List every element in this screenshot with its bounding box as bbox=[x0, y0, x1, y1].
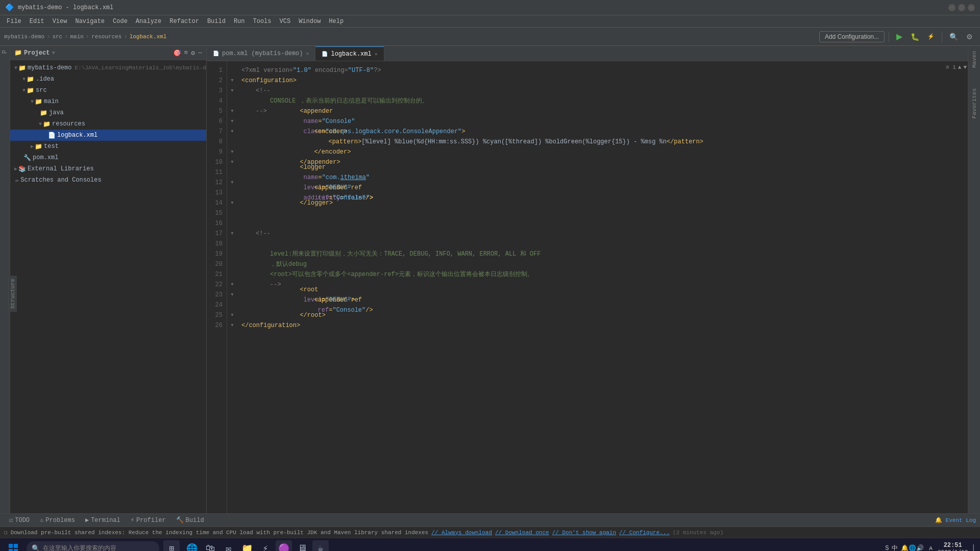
taskbar-intellij[interactable]: ☕ bbox=[312, 540, 329, 552]
tree-item-idea[interactable]: ▼ 📁 .idea bbox=[10, 73, 206, 85]
tree-item-resources[interactable]: ▼ 📁 resources bbox=[10, 118, 206, 130]
locate-file-icon[interactable]: 🎯 bbox=[173, 49, 181, 57]
todo-tab[interactable]: ☑ TODO bbox=[4, 515, 35, 525]
taskbar-edge[interactable]: 🌐 bbox=[184, 540, 200, 552]
taskbar-explorer[interactable]: 📁 bbox=[239, 540, 255, 552]
menu-refactor[interactable]: Refactor bbox=[165, 17, 203, 26]
fold-22[interactable]: ▼ bbox=[231, 282, 233, 287]
start-button[interactable] bbox=[4, 539, 22, 552]
configure-link[interactable]: // Configure... bbox=[619, 530, 670, 536]
build-tab[interactable]: 🔨 Build bbox=[171, 515, 209, 525]
fold-3[interactable]: ▼ bbox=[231, 88, 233, 93]
taskbar-store[interactable]: 🛍 bbox=[202, 540, 218, 552]
taskbar-search[interactable]: 🔍 在这里输入你要搜索的内容 bbox=[27, 541, 159, 552]
tab-logback[interactable]: 📄 logback.xml ✕ bbox=[315, 46, 384, 61]
project-dropdown-arrow[interactable]: ▼ bbox=[52, 50, 55, 56]
menu-edit[interactable]: Edit bbox=[26, 17, 48, 26]
maximize-button[interactable]: □ bbox=[958, 4, 965, 11]
tree-item-scratches[interactable]: ✏ Scratches and Consoles bbox=[10, 174, 206, 186]
close-button[interactable]: ✕ bbox=[968, 4, 975, 11]
taskview-button[interactable]: ⊞ bbox=[163, 540, 180, 552]
tree-item-pom[interactable]: 🔧 pom.xml bbox=[10, 152, 206, 163]
problems-tab[interactable]: ⚠ Problems bbox=[35, 515, 80, 525]
fold-6[interactable]: ▼ bbox=[231, 119, 233, 124]
breadcrumb-src[interactable]: src bbox=[52, 34, 62, 40]
tree-item-test[interactable]: ▶ 📁 test bbox=[10, 141, 206, 152]
windows-taskbar: 🔍 在这里输入你要搜索的内容 ⊞ 🌐 🛍 ✉ 📁 ⚡ 🟣 🖥 ☕ S 中 🔔🌐🔊… bbox=[0, 538, 980, 551]
structure-side-label[interactable]: Structure bbox=[8, 276, 17, 312]
favorites-label[interactable]: Favorites bbox=[971, 88, 977, 118]
taskbar-app7[interactable]: 🖥 bbox=[294, 540, 310, 552]
fold-5[interactable]: ▼ bbox=[231, 109, 233, 114]
tab-pom-close[interactable]: ✕ bbox=[306, 51, 309, 57]
scroll-up[interactable]: ▲ bbox=[958, 64, 962, 70]
tree-item-src[interactable]: ▼ 📁 src bbox=[10, 85, 206, 96]
taskbar-mail[interactable]: ✉ bbox=[220, 540, 237, 552]
tree-label-src: src bbox=[36, 87, 47, 94]
add-configuration-button[interactable]: Add Configuration... bbox=[819, 31, 885, 42]
fold-7[interactable]: ▼ bbox=[231, 129, 233, 134]
fold-17[interactable]: ▼ bbox=[231, 231, 233, 236]
code-content[interactable]: <?xml version="1.0" encoding="UTF-8"?> <… bbox=[237, 61, 968, 513]
tree-item-external-libs[interactable]: ▶ 📚 External Libraries bbox=[10, 163, 206, 174]
breadcrumb-logback[interactable]: logback.xml bbox=[130, 34, 167, 40]
notif-checkbox[interactable]: ☐ bbox=[4, 529, 8, 536]
menu-window[interactable]: Window bbox=[295, 17, 325, 26]
tray-chinese[interactable]: 中 bbox=[892, 544, 898, 551]
tree-item-java[interactable]: 📁 java bbox=[10, 107, 206, 118]
search-button[interactable]: 🔍 bbox=[946, 32, 961, 42]
menu-tools[interactable]: Tools bbox=[249, 17, 276, 26]
tab-logback-close[interactable]: ✕ bbox=[375, 51, 378, 57]
ln-25: 25 bbox=[207, 310, 227, 320]
tree-item-logback[interactable]: 📄 logback.xml bbox=[10, 130, 206, 141]
minimize-button[interactable]: — bbox=[948, 4, 955, 11]
menu-code[interactable]: Code bbox=[109, 17, 132, 26]
menu-vcs[interactable]: VCS bbox=[276, 17, 295, 26]
tree-item-main[interactable]: ▼ 📁 main bbox=[10, 96, 206, 107]
scroll-down[interactable]: ▼ bbox=[963, 64, 967, 70]
fold-25[interactable]: ▼ bbox=[231, 313, 233, 318]
menu-navigate[interactable]: Navigate bbox=[71, 17, 109, 26]
project-icon[interactable]: P bbox=[2, 50, 9, 54]
settings-button[interactable]: ⚙ bbox=[963, 32, 976, 42]
close-panel-icon[interactable]: — bbox=[198, 49, 202, 57]
run-button[interactable]: ▶ bbox=[893, 31, 905, 42]
dont-show-link[interactable]: // Don't show again bbox=[552, 530, 616, 536]
event-log-link[interactable]: 🔔 Event Log bbox=[935, 517, 976, 523]
breadcrumb-mybatis[interactable]: mybatis-demo bbox=[4, 34, 44, 40]
always-download-link[interactable]: // Always download bbox=[431, 530, 492, 536]
menu-help[interactable]: Help bbox=[325, 17, 348, 26]
fold-26[interactable]: ▼ bbox=[231, 323, 233, 328]
show-desktop-button[interactable]: | bbox=[971, 544, 976, 552]
gc-17: ▼ bbox=[227, 229, 237, 239]
maven-label[interactable]: Maven bbox=[971, 51, 977, 68]
code-editor[interactable]: 1 2 3 4 5 6 7 8 9 10 11 12 13 14 15 16 1… bbox=[207, 61, 968, 513]
fold-12[interactable]: ▼ bbox=[231, 180, 233, 185]
menu-analyze[interactable]: Analyze bbox=[132, 17, 165, 26]
collapse-all-icon[interactable]: ≡ bbox=[184, 49, 188, 57]
tray-input-method[interactable]: A bbox=[927, 544, 935, 552]
download-once-link[interactable]: // Download once bbox=[495, 530, 549, 536]
breadcrumb-resources[interactable]: resources bbox=[91, 34, 121, 40]
tray-icons[interactable]: 🔔🌐🔊 bbox=[901, 544, 924, 551]
fold-23[interactable]: ▼ bbox=[231, 292, 233, 297]
fold-14[interactable]: ▼ bbox=[231, 201, 233, 206]
fold-2[interactable]: ▼ bbox=[231, 78, 233, 83]
taskbar-app5[interactable]: ⚡ bbox=[257, 540, 274, 552]
profiler-tab[interactable]: ⚡ Profiler bbox=[126, 515, 171, 525]
menu-file[interactable]: File bbox=[3, 17, 26, 26]
fold-10[interactable]: ▼ bbox=[231, 160, 233, 165]
menu-build[interactable]: Build bbox=[203, 17, 230, 26]
taskbar-app6[interactable]: 🟣 bbox=[276, 540, 292, 552]
fold-9[interactable]: ▼ bbox=[231, 149, 233, 155]
menu-view[interactable]: View bbox=[48, 17, 71, 26]
tray-ime-s[interactable]: S bbox=[885, 545, 889, 552]
tree-item-mybatis-demo[interactable]: ▼ 📁 mybatis-demo E:\JAVA_LearningMateria… bbox=[10, 62, 206, 73]
terminal-tab[interactable]: ▶ Terminal bbox=[80, 515, 126, 525]
menu-run[interactable]: Run bbox=[230, 17, 249, 26]
tab-pom[interactable]: 📄 pom.xml (mybatis-demo) ✕ bbox=[207, 46, 315, 61]
breadcrumb-main[interactable]: main bbox=[70, 34, 83, 40]
settings-icon[interactable]: ⚙ bbox=[191, 49, 195, 57]
coverage-button[interactable]: ⚡ bbox=[924, 32, 938, 41]
debug-button[interactable]: 🐛 bbox=[908, 32, 922, 42]
